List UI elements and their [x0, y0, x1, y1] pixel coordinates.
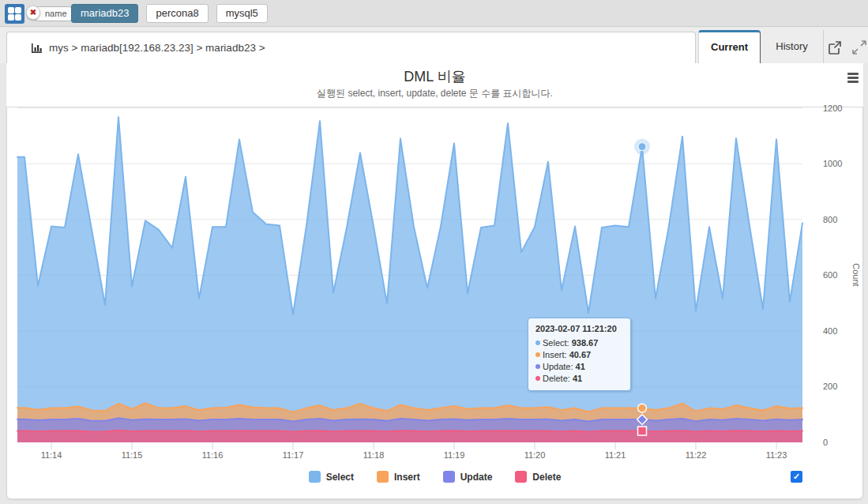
- legend-item-insert[interactable]: Insert: [377, 471, 420, 483]
- server-tabs: mariadb23percona8mysql5: [71, 4, 268, 23]
- legend-item-update[interactable]: Update: [443, 471, 493, 483]
- grid-icon: [8, 7, 14, 13]
- nav-row: mys > mariadb[192.168.23.23] > mariadb23…: [0, 28, 868, 63]
- legend-swatch-update: [443, 471, 455, 483]
- legend-item-delete[interactable]: Delete: [515, 471, 561, 483]
- chart-title: DML 비율: [6, 67, 863, 86]
- tooltip-row-delete: Delete: 41: [535, 373, 623, 385]
- legend-label: Insert: [394, 472, 420, 483]
- chart-subtitle: 실행된 select, insert, update, delete 문 수를 …: [6, 87, 863, 100]
- bar-chart-icon: [31, 43, 43, 54]
- top-bar: name ✖ mariadb23percona8mysql5: [0, 0, 868, 27]
- chart-menu-button[interactable]: [845, 72, 861, 85]
- series-checkbox[interactable]: ✓: [791, 471, 802, 483]
- tab-current[interactable]: Current: [698, 30, 761, 63]
- legend-item-select[interactable]: Select: [309, 471, 354, 483]
- chart-tooltip: 2023-02-07 11:21:20 Select: 938.67Insert…: [528, 318, 631, 391]
- name-pill-label: name: [45, 9, 67, 18]
- open-external-icon[interactable]: [826, 39, 844, 56]
- app-root: { "topbar": { "pill": { "label": "name",…: [0, 0, 868, 504]
- legend-label: Delete: [532, 472, 561, 483]
- hamburger-icon: [847, 73, 859, 75]
- legend-swatch-insert: [377, 471, 389, 483]
- tooltip-row-update: Update: 41: [535, 361, 623, 373]
- expand-icon[interactable]: [851, 39, 868, 56]
- tooltip-row-select: Select: 938.67: [535, 337, 623, 349]
- chart-plot-area[interactable]: [17, 108, 802, 442]
- tooltip-row-insert: Insert: 40.67: [535, 349, 623, 361]
- legend-swatch-delete: [515, 471, 527, 483]
- apps-grid-button[interactable]: [5, 4, 24, 24]
- tooltip-timestamp: 2023-02-07 11:21:20: [535, 324, 623, 333]
- chart-header: DML 비율 실행된 select, insert, update, delet…: [6, 63, 863, 107]
- breadcrumb-box: mys > mariadb[192.168.23.23] > mariadb23…: [6, 32, 696, 63]
- legend-swatch-select: [309, 471, 321, 483]
- legend-label: Select: [326, 472, 354, 483]
- breadcrumb[interactable]: mys > mariadb[192.168.23.23] > mariadb23…: [31, 32, 265, 64]
- breadcrumb-text: mys > mariadb[192.168.23.23] > mariadb23…: [49, 42, 265, 54]
- pill-close-button[interactable]: ✖: [26, 6, 40, 20]
- server-tab-percona8[interactable]: percona8: [146, 4, 208, 23]
- legend-label: Update: [460, 472, 493, 483]
- server-tab-mariadb23[interactable]: mariadb23: [71, 4, 138, 23]
- tab-history[interactable]: History: [761, 30, 824, 63]
- chart-legend: SelectInsertUpdateDelete: [6, 471, 863, 483]
- server-tab-mysql5[interactable]: mysql5: [216, 4, 268, 23]
